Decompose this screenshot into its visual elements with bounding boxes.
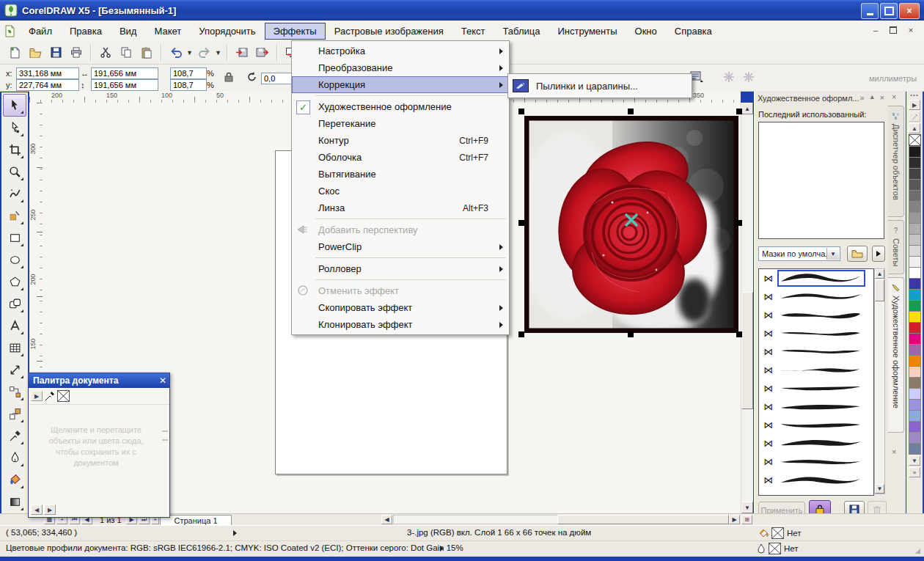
vertical-scroll-thumb[interactable] (741, 292, 753, 409)
color-swatch[interactable] (909, 179, 921, 191)
mdi-minimize-button[interactable]: ‒ (870, 24, 881, 35)
dropdown-caret-icon[interactable]: ▼ (826, 248, 839, 260)
color-swatch[interactable] (909, 256, 921, 268)
ellipse-tool[interactable] (4, 249, 26, 271)
browse-folder-button[interactable] (847, 246, 868, 262)
color-swatch[interactable] (909, 333, 921, 345)
docker-flyout-icon[interactable]: » (860, 93, 865, 102)
preset-dropdown[interactable]: Мазки по умолча... ▼ (758, 246, 840, 261)
stroke-preview[interactable] (778, 472, 865, 488)
print-icon[interactable] (67, 44, 85, 62)
status-flyout-icon[interactable] (233, 530, 237, 536)
menu-arrange[interactable]: Упорядочить (190, 23, 264, 40)
undo-icon[interactable] (167, 44, 185, 62)
mdi-restore-button[interactable] (887, 24, 899, 35)
scale-h-field[interactable] (170, 67, 207, 79)
selection-handle-top-right[interactable] (736, 109, 742, 114)
menu-edit[interactable]: Правка (61, 23, 111, 40)
palette-no-color-swatch[interactable] (57, 390, 70, 402)
menu-item-bevel[interactable]: Скос (292, 183, 509, 199)
stroke-list-item[interactable]: ⋈ (759, 379, 873, 397)
stroke-list-item[interactable]: ⋈ (759, 434, 873, 452)
polygon-tool[interactable] (4, 271, 26, 293)
stroke-preview[interactable] (778, 381, 865, 396)
save-icon[interactable] (47, 44, 65, 62)
palette-flyout-button[interactable]: ▶ (909, 100, 920, 110)
color-swatch[interactable] (909, 278, 921, 290)
canvas-navigator-button[interactable]: ⊞ (741, 515, 752, 524)
menu-item-rollover[interactable]: Ролловер (292, 260, 509, 277)
menu-tools[interactable]: Инструменты (549, 23, 626, 40)
color-swatch[interactable] (909, 322, 921, 334)
stroke-scroll-up-icon[interactable]: ▲ (875, 269, 884, 279)
interactive-fill-tool[interactable] (4, 491, 26, 513)
cut-icon[interactable] (97, 44, 114, 62)
stroke-preview[interactable] (778, 289, 865, 304)
stroke-list-item[interactable]: ⋈ (759, 452, 873, 471)
palette-resize-grip[interactable] (162, 430, 168, 441)
color-swatch[interactable] (909, 157, 921, 169)
menu-item-lens[interactable]: ЛинзаAlt+F3 (292, 199, 509, 216)
text-tool[interactable] (4, 315, 26, 337)
color-swatch[interactable] (909, 355, 921, 367)
palette-drag-grip[interactable]: ••• (910, 92, 918, 98)
blend-tool[interactable] (4, 403, 26, 425)
color-swatch[interactable] (909, 344, 921, 356)
stroke-list-item[interactable]: ⋈ (759, 397, 873, 416)
close-button[interactable]: × (899, 3, 920, 19)
selection-handle-bottom-center[interactable] (628, 331, 634, 337)
docker-close-icon[interactable]: × (880, 93, 884, 102)
selected-bitmap-rose[interactable] (524, 116, 738, 333)
color-swatch[interactable] (909, 190, 921, 202)
stroke-scroll-thumb[interactable] (875, 279, 884, 301)
color-swatch[interactable] (909, 223, 921, 235)
stroke-preview[interactable] (778, 271, 865, 286)
palette-menu-button[interactable]: ▶ (31, 391, 43, 401)
color-swatch[interactable] (909, 300, 921, 312)
snap-icon-2[interactable] (742, 70, 755, 84)
stroke-list-item[interactable]: ⋈ (759, 324, 873, 342)
menu-file[interactable]: Файл (20, 23, 61, 40)
scale-v-field[interactable] (170, 79, 207, 91)
color-swatch[interactable] (909, 234, 921, 246)
stroke-preview[interactable] (778, 344, 865, 359)
snap-icon-1[interactable] (722, 70, 736, 84)
palette-scroll-down-button[interactable]: ▼ (909, 455, 920, 466)
scroll-up-button[interactable]: ▲ (741, 103, 753, 114)
color-swatch[interactable] (909, 399, 921, 411)
menu-item-contour[interactable]: КонтурCtrl+F9 (292, 132, 509, 149)
h-scroll-left-button[interactable]: ◀ (381, 515, 392, 524)
tab-object-manager[interactable]: Диспетчер объектов (888, 106, 904, 217)
stroke-list-scrollbar[interactable]: ▲ ▼ (874, 268, 885, 494)
color-swatch[interactable] (909, 168, 921, 180)
menu-layout[interactable]: Макет (145, 23, 190, 40)
page-tab[interactable]: Страница 1 (160, 515, 232, 526)
stroke-preview[interactable] (778, 454, 865, 469)
stroke-list-item[interactable]: ⋈ (759, 342, 873, 361)
redo-icon[interactable] (196, 44, 213, 62)
color-swatch[interactable] (909, 388, 921, 400)
menu-item-correction[interactable]: Коррекция (292, 76, 509, 93)
dimension-tool[interactable] (4, 359, 26, 381)
stroke-preview[interactable] (778, 307, 865, 323)
profiles-flyout-icon[interactable] (440, 546, 444, 551)
y-position-field[interactable] (16, 79, 79, 91)
smart-fill-tool[interactable] (4, 205, 26, 227)
shape-tool[interactable] (4, 117, 26, 139)
stroke-list-item[interactable]: ⋈ (759, 416, 873, 434)
undo-dropdown-caret[interactable]: ▼ (186, 49, 193, 56)
crop-tool[interactable] (4, 139, 26, 161)
menu-item-dust-and-scratch[interactable]: Пылинки и царапины... (508, 79, 692, 92)
stroke-list-item[interactable]: ⋈ (759, 361, 873, 379)
menu-item-copy-effect[interactable]: Скопировать эффект (292, 299, 509, 316)
menu-item-powerclip[interactable]: PowerClip (292, 238, 509, 255)
selection-handle-middle-left[interactable] (518, 220, 524, 226)
open-icon[interactable] (26, 44, 44, 62)
selection-handle-middle-right[interactable] (736, 220, 742, 226)
stroke-preview[interactable] (778, 436, 865, 451)
paste-icon[interactable] (138, 44, 155, 62)
stroke-preview[interactable] (778, 399, 865, 414)
menu-item-transform[interactable]: Преобразование (292, 59, 509, 76)
maximize-button[interactable] (880, 3, 898, 19)
stroke-list-item[interactable]: ⋈ (759, 306, 873, 324)
